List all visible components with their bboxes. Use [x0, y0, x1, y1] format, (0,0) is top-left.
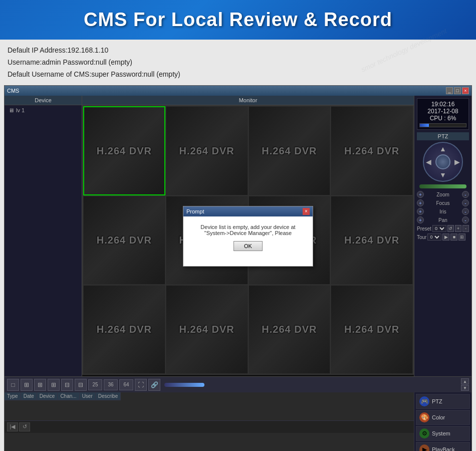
focus-minus-button[interactable]: - — [462, 199, 469, 206]
time-display: 19:02:16 2017-12-08 CPU : 6% — [417, 98, 469, 130]
monitor-area: Monitor H.264 DVR H.264 DVR H.264 DVR H.… — [82, 96, 414, 376]
preset-label: Preset — [417, 226, 431, 232]
iris-label: Iris — [425, 209, 461, 214]
cpu-bar-container — [419, 123, 466, 127]
cms-titlebar-buttons: _ □ × — [446, 87, 469, 94]
cms-titlebar: CMS _ □ × — [5, 86, 471, 96]
tour-stop-button[interactable]: ■ — [450, 234, 457, 241]
playback-action-label: PlayBack — [432, 446, 455, 451]
log-row-empty — [5, 400, 121, 420]
view-custom2-button[interactable]: ⊟ — [75, 379, 87, 391]
ptz-speed-slider[interactable] — [419, 184, 466, 188]
color-action-label: Color — [432, 414, 445, 420]
dialog-content: Device list is empty, add your device at… — [183, 216, 313, 266]
system-action-label: System — [432, 430, 450, 436]
zoom-control-row: + Zoom - — [417, 191, 469, 198]
preset-add-button[interactable]: + — [455, 225, 461, 232]
focus-plus-button[interactable]: + — [417, 199, 424, 206]
view-9-button[interactable]: ⊞ — [34, 379, 46, 391]
pan-plus-button[interactable]: + — [417, 216, 424, 223]
ptz-down-arrow[interactable]: ▼ — [439, 171, 446, 179]
nav-prev-button[interactable]: ↺ — [19, 422, 30, 431]
minimize-button[interactable]: _ — [446, 87, 453, 94]
ptz-up-arrow[interactable]: ▲ — [439, 145, 446, 153]
device-panel-header: Device — [5, 96, 82, 105]
view-custom1-button[interactable]: ⊟ — [61, 379, 73, 391]
system-action-button[interactable]: ⚙ System — [416, 426, 470, 441]
dialog-message: Device list is empty, add your device at… — [193, 224, 303, 236]
tour-grid-button[interactable]: ⊞ — [458, 234, 465, 241]
fullscreen-button[interactable]: ⛶ — [135, 379, 147, 391]
tour-label: Tour — [417, 235, 426, 240]
info-line1: Default IP Address:192.168.1.10 — [8, 45, 468, 57]
pan-minus-button[interactable]: - — [462, 216, 469, 223]
dialog-overlay: Prompt × Device list is empty, add your … — [82, 96, 414, 376]
tour-play-button[interactable]: ▶ — [442, 234, 449, 241]
zoom-plus-button[interactable]: + — [417, 191, 424, 198]
ptz-joystick[interactable]: ▲ ▼ ◀ ▶ — [423, 142, 463, 182]
color-action-icon: 🎨 — [419, 412, 429, 422]
network-button[interactable]: 🔗 — [148, 379, 160, 391]
close-button[interactable]: × — [462, 87, 469, 94]
device-icon: 🖥 — [9, 107, 14, 113]
ptz-inner-circle — [435, 154, 450, 169]
ptz-right-arrow[interactable]: ▶ — [454, 158, 460, 166]
iris-minus-button[interactable]: - — [462, 208, 469, 215]
prompt-dialog: Prompt × Device list is empty, add your … — [183, 206, 313, 267]
ptz-action-button[interactable]: 🎮 PTZ — [416, 394, 470, 409]
log-area: Type Date Device Chan... User Describe — [5, 392, 414, 451]
cms-title: CMS — [7, 88, 19, 94]
iris-plus-button[interactable]: + — [417, 208, 424, 215]
scroll-controls: ▲ ▼ — [461, 378, 469, 391]
pan-control-row: + Pan - — [417, 216, 469, 223]
log-col-date: Date — [21, 392, 37, 400]
header-banner: CMS For Local Review & Record — [0, 0, 476, 40]
preset-goto-button[interactable]: ↺ — [447, 225, 454, 232]
time-ptz-panel: 19:02:16 2017-12-08 CPU : 6% PTZ ▲ ▼ ◀ ▶ — [414, 96, 471, 376]
log-col-user: User — [79, 392, 95, 400]
dialog-close-button[interactable]: × — [303, 208, 310, 215]
preset-select[interactable]: 01 — [432, 225, 446, 232]
info-line3: Default Username of CMS:super Password:n… — [8, 69, 468, 81]
zoom-minus-button[interactable]: - — [462, 191, 469, 198]
color-action-button[interactable]: 🎨 Color — [416, 410, 470, 425]
preset-row: Preset 01 ↺ + - — [417, 225, 469, 232]
focus-label: Focus — [425, 200, 461, 206]
device-label: lv 1 — [16, 107, 25, 113]
view-36-button[interactable]: 36 — [104, 379, 118, 390]
playback-action-button[interactable]: ▶ PlayBack — [416, 442, 470, 451]
log-section: Type Date Device Chan... User Describe — [5, 392, 471, 451]
cpu-bar — [420, 124, 429, 127]
ptz-action-icon: 🎮 — [419, 396, 429, 406]
ptz-action-label: PTZ — [432, 398, 442, 404]
nav-first-button[interactable]: |◀ — [7, 422, 18, 431]
maximize-button[interactable]: □ — [454, 87, 461, 94]
single-view-button[interactable]: □ — [7, 379, 19, 391]
pan-label: Pan — [425, 217, 461, 223]
scroll-up-button[interactable]: ▲ — [461, 378, 469, 384]
preset-delete-button[interactable]: - — [462, 225, 469, 232]
tour-select[interactable]: 01 — [427, 234, 441, 241]
volume-slider[interactable] — [164, 383, 204, 387]
dialog-titlebar: Prompt × — [183, 206, 313, 216]
header-title: CMS For Local Review & Record — [10, 9, 466, 31]
zoom-label: Zoom — [425, 192, 461, 197]
view-64-button[interactable]: 64 — [119, 379, 133, 390]
scroll-down-button[interactable]: ▼ — [461, 385, 469, 391]
log-col-type: Type — [5, 392, 21, 400]
log-col-chan: Chan... — [58, 392, 79, 400]
dialog-title: Prompt — [186, 208, 204, 214]
right-action-buttons: 🎮 PTZ 🎨 Color ⚙ System ▶ PlayBack ↑ Adva… — [414, 392, 471, 451]
iris-control-row: + Iris - — [417, 208, 469, 215]
view-25-button[interactable]: 25 — [88, 379, 102, 390]
quad-view-button[interactable]: ⊞ — [21, 379, 33, 391]
device-item[interactable]: 🖥 lv 1 — [5, 105, 82, 115]
view-16-button[interactable]: ⊞ — [48, 379, 60, 391]
tour-row: Tour 01 ▶ ■ ⊞ — [417, 234, 469, 241]
clock-date: 2017-12-08 — [419, 108, 466, 115]
info-area: Default IP Address:192.168.1.10 Username… — [0, 40, 476, 85]
cms-main-body: Device 🖥 lv 1 Monitor H.264 DVR H.264 DV… — [5, 96, 471, 376]
playback-action-icon: ▶ — [419, 444, 429, 451]
dialog-ok-button[interactable]: OK — [233, 241, 263, 251]
ptz-left-arrow[interactable]: ◀ — [426, 158, 431, 166]
